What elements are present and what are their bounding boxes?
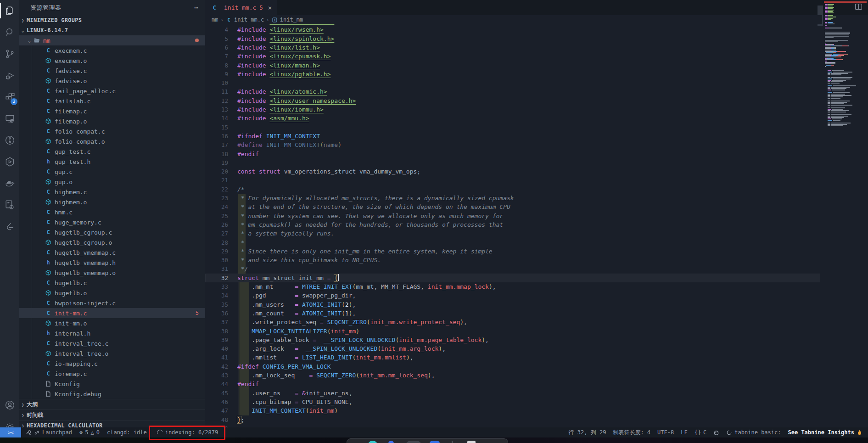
code-line-37[interactable]: 37 .write_protect_seq = SEQCNT_ZERO(init… [205, 318, 868, 326]
code-line-30[interactable]: 30 * and size this cpu_bitmask to NR_CPU… [205, 256, 868, 264]
code-line-5[interactable]: 5#include <linux/spinlock.h> [205, 34, 868, 43]
tree-item-interval-tree-c[interactable]: Cinterval_tree.c [19, 338, 205, 348]
clangd-status-item[interactable]: clangd: idle [107, 429, 147, 436]
code-line-35[interactable]: 35 .mm_users = ATOMIC_INIT(2), [205, 300, 868, 309]
code-line-33[interactable]: 33 .mm_mt = MTREE_INIT_EXT(mm_mt, MM_MT_… [205, 282, 868, 291]
activity-bar-remote-explorer-icon[interactable] [0, 108, 19, 129]
tabnine-insights-item[interactable]: See Tabnine Insights [788, 429, 863, 436]
dock-app-icon[interactable] [467, 441, 476, 443]
tree-item-hugetlb-o[interactable]: hugetlb.o [19, 288, 205, 298]
code-line-15[interactable]: 15 [205, 123, 868, 132]
tree-item-hmm-c[interactable]: Chmm.c [19, 207, 205, 217]
activity-bar-extensions-icon[interactable]: 2 [0, 86, 19, 108]
tree-item-hugetlb-c[interactable]: Chugetlb.c [19, 278, 205, 288]
eol-item[interactable]: LF [681, 429, 687, 436]
tree-item-internal-h[interactable]: hinternal.h [19, 328, 205, 338]
remote-indicator-button[interactable]: >< [0, 427, 21, 437]
tree-item-fadvise-o[interactable]: fadvise.o [19, 76, 205, 86]
code-line-45[interactable]: 45 .user_ns = &init_user_ns, [205, 389, 868, 398]
code-line-38[interactable]: 38 MMAP_LOCK_INITIALIZER(init_mm) [205, 327, 868, 336]
code-line-28[interactable]: 28 * [205, 238, 868, 247]
code-line-24[interactable]: 24 * at the end of the structure, the si… [205, 202, 868, 211]
tree-folder-mm[interactable]: ⌄mm [19, 35, 205, 45]
tree-section-linux-6-14-7[interactable]: ⌄LINUX-6.14.7 [19, 25, 205, 35]
tree-item-init-mm-c[interactable]: Cinit-mm.c5 [19, 308, 205, 318]
code-line-22[interactable]: 22/* [205, 185, 868, 194]
tree-item-highmem-c[interactable]: Chighmem.c [19, 187, 205, 197]
code-line-25[interactable]: 25 * number the system can see. That way… [205, 212, 868, 220]
code-line-39[interactable]: 39 .page_table_lock = __SPIN_LOCK_UNLOCK… [205, 336, 868, 344]
code-line-13[interactable]: 13#include <linux/iommu.h> [205, 105, 868, 114]
launchpad-item[interactable]: Launchpad [26, 429, 72, 436]
tree-item-hwpoison-inject-c[interactable]: Chwpoison-inject.c [19, 298, 205, 308]
code-line-19[interactable]: 19 [205, 158, 868, 167]
tree-item-gup-o[interactable]: gup.o [19, 177, 205, 187]
code-line-46[interactable]: 46 .cpu_bitmap = CPU_BITS_NONE, [205, 398, 868, 406]
activity-bar-gitlens-icon[interactable] [0, 129, 19, 151]
tree-item-execmem-o[interactable]: execmem.o [19, 56, 205, 66]
code-line-7[interactable]: 7#include <linux/cpumask.h> [205, 52, 868, 61]
tree-item-Kconfig-debug[interactable]: Kconfig.debug [19, 389, 205, 399]
tree-item-hugetlb-vmemmap-c[interactable]: Chugetlb_vmemmap.c [19, 247, 205, 258]
sidebar-more-actions-icon[interactable]: ⋯ [194, 4, 199, 12]
tree-item-folio-compat-o[interactable]: folio-compat.o [19, 136, 205, 146]
tree-item-filemap-c[interactable]: Cfilemap.c [19, 106, 205, 116]
language-mode-item[interactable]: {} C [694, 429, 707, 436]
tree-item-hugetlb-vmemmap-o[interactable]: hugetlb_vmemmap.o [19, 268, 205, 278]
tree-item-gup-test-c[interactable]: Cgup_test.c [19, 146, 205, 157]
code-line-48[interactable]: 48}; [205, 415, 868, 424]
tree-item-ioremap-c[interactable]: Cioremap.c [19, 369, 205, 379]
code-line-40[interactable]: 40 .arg_lock = __SPIN_LOCK_UNLOCKED(init… [205, 344, 868, 353]
tree-item-gup-c[interactable]: Cgup.c [19, 167, 205, 177]
code-line-27[interactable]: 27 * a system typically runs. [205, 229, 868, 238]
dock-app-icon[interactable] [388, 441, 394, 443]
activity-bar-account-icon[interactable] [0, 394, 19, 416]
breadcrumb-folder[interactable]: mm [212, 17, 218, 23]
dock-app-icon[interactable] [368, 441, 378, 443]
activity-bar-run-debug-icon[interactable] [0, 65, 19, 86]
code-line-20[interactable]: 20const struct vm_operations_struct vma_… [205, 167, 868, 176]
activity-bar-leetcode-icon[interactable] [0, 216, 19, 237]
code-line-36[interactable]: 36 .mm_count = ATOMIC_INIT(1), [205, 309, 868, 318]
code-line-21[interactable]: 21 [205, 176, 868, 185]
tree-section-minimized-groups[interactable]: ❯MINIMIZED GROUPS [19, 15, 205, 25]
code-line-34[interactable]: 34 .pgd = swapper_pg_dir, [205, 291, 868, 300]
code-line-47[interactable]: 47 INIT_MM_CONTEXT(init_mm) [205, 406, 868, 415]
code-line-16[interactable]: 16#ifndef INIT_MM_CONTEXT [205, 132, 868, 140]
dock-app-icon[interactable] [406, 441, 421, 443]
tree-item-fadvise-c[interactable]: Cfadvise.c [19, 66, 205, 76]
activity-bar-source-control-icon[interactable] [0, 43, 19, 65]
tree-item-io-mapping-c[interactable]: Cio-mapping.c [19, 359, 205, 369]
activity-bar-docker-icon[interactable] [0, 173, 19, 194]
encoding-item[interactable]: UTF-8 [657, 429, 674, 436]
breadcrumb-symbol[interactable]: init_mm [280, 17, 303, 23]
tree-item-interval-tree-o[interactable]: interval_tree.o [19, 348, 205, 359]
dock-app-icon[interactable] [430, 441, 440, 443]
tree-section--[interactable]: ❯时间线 [19, 409, 205, 420]
tree-item-Kconfig[interactable]: Kconfig [19, 379, 205, 389]
breadcrumb-file[interactable]: init-mm.c [234, 17, 264, 23]
activity-bar-cpp-tools-icon[interactable] [0, 194, 19, 216]
taskbar-dock[interactable] [347, 438, 508, 443]
tree-item-hugetlb-vmemmap-h[interactable]: hhugetlb_vmemmap.h [19, 258, 205, 268]
code-line-42[interactable]: 42#ifdef CONFIG_PER_VMA_LOCK [205, 362, 868, 371]
code-editor[interactable]: 3#include <linux/mm_types.h>4#include <l… [205, 15, 868, 428]
tree-item-execmem-c[interactable]: Cexecmem.c [19, 45, 205, 56]
tab-init-mm-c[interactable]: C init-mm.c 5 × [205, 0, 277, 15]
tab-close-icon[interactable]: × [268, 4, 272, 11]
code-line-10[interactable]: 10 [205, 79, 868, 87]
code-line-12[interactable]: 12#include <linux/user_namespace.h> [205, 96, 868, 105]
activity-bar-explorer-icon[interactable] [0, 0, 19, 22]
tree-item-filemap-o[interactable]: filemap.o [19, 116, 205, 126]
tree-section--[interactable]: ❯大纲 [19, 399, 205, 409]
code-line-26[interactable]: 26 * mm_cpumask() as needed for the hund… [205, 220, 868, 229]
code-line-32[interactable]: 32struct mm_struct init_mm = { [205, 274, 868, 282]
code-line-41[interactable]: 41 .mmlist = LIST_HEAD_INIT(init_mm.mmli… [205, 353, 868, 362]
tree-item-huge-memory-c[interactable]: Chuge_memory.c [19, 217, 205, 227]
code-line-23[interactable]: 23 * For dynamically allocated mm_struct… [205, 194, 868, 202]
cursor-position-item[interactable]: 行 32, 列 29 [569, 429, 606, 437]
tree-item-folio-compat-c[interactable]: Cfolio-compat.c [19, 126, 205, 136]
tree-item-gup-test-h[interactable]: hgup_test.h [19, 157, 205, 167]
tree-item-hugetlb-cgroup-o[interactable]: hugetlb_cgroup.o [19, 237, 205, 247]
tabnine-item[interactable]: tabnine basic: [726, 429, 781, 436]
